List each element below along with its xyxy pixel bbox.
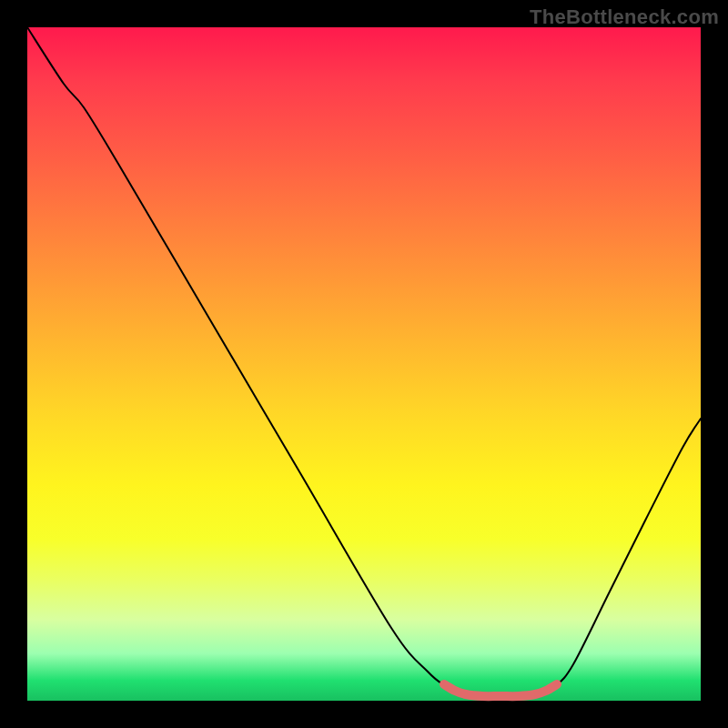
bottleneck-curve [27,27,701,696]
watermark-text: TheBottleneck.com [530,5,719,29]
curve-layer [27,27,701,701]
trough-highlight [444,684,557,696]
